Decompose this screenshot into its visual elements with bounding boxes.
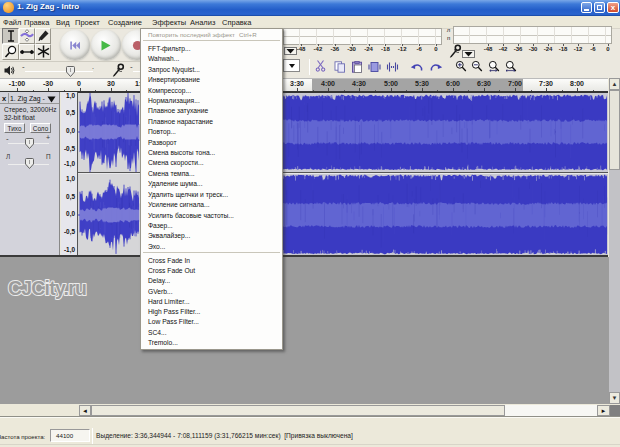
svg-text:CJCity.ru: CJCity.ru <box>8 277 86 299</box>
